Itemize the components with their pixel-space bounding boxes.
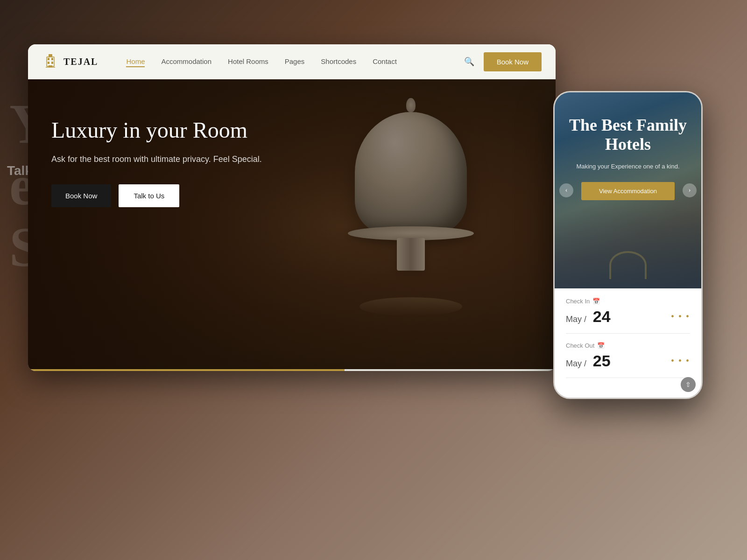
svg-rect-6 [51,62,53,64]
nav-book-now-button[interactable]: Book Now [484,52,542,71]
hero-title: Luxury in your Room [51,117,262,144]
check-out-date: May / 25 • • • [566,352,690,370]
booking-panel: Check In 📅 May / 24 • • • Check Out 📅 Ma… [555,288,701,399]
svg-rect-4 [51,58,53,60]
nav-link-pages[interactable]: Pages [285,57,305,65]
carousel-arrow-right[interactable]: › [683,183,697,197]
check-in-day: 24 [593,308,611,325]
mobile-hero-content: The Best Family Hotels Making your Exper… [555,116,701,200]
nav-links: Home Accommodation Hotel Rooms Pages Sho… [126,57,464,66]
check-out-label: Check Out 📅 [566,342,690,349]
nav-link-hotel-rooms[interactable]: Hotel Rooms [228,57,268,65]
mobile-hero-section: ‹ › The Best Family Hotels Making your E… [555,92,701,288]
hero-content: Luxury in your Room Ask for the best roo… [51,117,262,207]
logo: TEJAL [42,53,98,70]
svg-point-1 [49,55,51,56]
scroll-up-button[interactable]: ⇧ [681,377,696,392]
nav-item-accommodation[interactable]: Accommodation [161,57,211,66]
mobile-hero-title: The Best Family Hotels [564,116,692,154]
nav-link-home[interactable]: Home [126,57,145,67]
check-out-field: Check Out 📅 May / 25 • • • [566,342,690,378]
check-out-month: May / [566,359,586,368]
nav-item-pages[interactable]: Pages [285,57,305,66]
check-out-calendar-icon: 📅 [597,342,605,349]
mobile-hero-subtitle: Making your Experience one of a kind. [564,162,692,171]
hero-subtitle: Ask for the best room with ultimate priv… [51,153,262,166]
desktop-window: TEJAL Home Accommodation Hotel Rooms Pag… [28,44,556,371]
hero-buttons: Book Now Talk to Us [51,184,262,207]
check-out-label-text: Check Out [566,342,594,349]
progress-bar [28,369,556,371]
nav-link-accommodation[interactable]: Accommodation [161,57,211,65]
check-in-month: May / [566,315,586,324]
logo-text: TEJAL [63,56,98,67]
logo-building-icon [42,53,59,70]
carousel-arrow-left[interactable]: ‹ [559,183,573,197]
check-in-calendar-icon: 📅 [592,298,600,305]
check-in-label-text: Check In [566,298,590,305]
navbar: TEJAL Home Accommodation Hotel Rooms Pag… [28,44,556,79]
search-icon[interactable]: 🔍 [464,56,474,67]
check-out-date-value: May / 25 [566,352,611,370]
nav-item-home[interactable]: Home [126,57,145,66]
check-out-day: 25 [593,352,611,370]
nav-link-shortcodes[interactable]: Shortcodes [321,57,356,65]
check-in-label: Check In 📅 [566,298,690,305]
check-in-field: Check In 📅 May / 24 • • • [566,298,690,334]
mobile-view-accommodation-button[interactable]: View Accommodation [581,182,675,200]
hero-talk-button[interactable]: Talk to Us [119,184,179,207]
check-in-dots[interactable]: • • • [671,311,690,322]
progress-fill [28,369,345,371]
svg-rect-3 [48,58,49,60]
nav-item-hotel-rooms[interactable]: Hotel Rooms [228,57,268,66]
nav-item-contact[interactable]: Contact [373,57,397,66]
nav-right: 🔍 Book Now [464,52,542,71]
nav-link-contact[interactable]: Contact [373,57,397,65]
svg-rect-5 [48,62,49,64]
hero-book-now-button[interactable]: Book Now [51,184,111,207]
check-in-date: May / 24 • • • [566,308,690,326]
mobile-device: ‹ › The Best Family Hotels Making your E… [553,91,703,399]
check-out-dots[interactable]: • • • [671,356,690,366]
nav-item-shortcodes[interactable]: Shortcodes [321,57,356,66]
hero-section: Luxury in your Room Ask for the best roo… [28,79,556,371]
check-in-date-value: May / 24 [566,308,611,326]
